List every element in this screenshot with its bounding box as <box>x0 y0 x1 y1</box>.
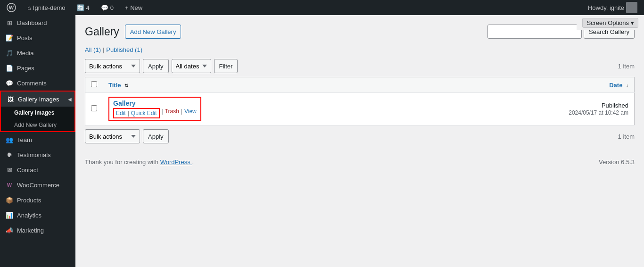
page-header: Gallery Add New Gallery Search Gallery <box>85 25 635 39</box>
wp-logo-icon: W <box>7 3 16 12</box>
wp-logo-button[interactable]: W <box>4 0 19 15</box>
sidebar-label-team: Team <box>17 136 32 143</box>
view-action-link[interactable]: View <box>184 108 197 118</box>
sidebar-item-gallery-images[interactable]: 🖼 Gallery Images ◀ <box>1 92 74 107</box>
row-date: 2024/05/17 at 10:42 am <box>569 109 628 116</box>
comments-count: 0 <box>110 4 114 11</box>
comments-button[interactable]: 💬 0 <box>98 0 116 15</box>
sidebar-label-comments: Comments <box>17 80 47 87</box>
gallery-images-icon: 🖼 <box>7 95 14 103</box>
woocommerce-icon: W <box>6 181 13 189</box>
edit-action-link[interactable]: Edit <box>116 110 126 117</box>
analytics-icon: 📊 <box>6 211 13 219</box>
sidebar-item-team[interactable]: 👥 Team <box>0 132 75 147</box>
sidebar-label-products: Products <box>17 197 41 204</box>
new-content-button[interactable]: + New <box>122 0 145 15</box>
media-icon: 🎵 <box>6 49 13 57</box>
header-title-col: Title ⇅ <box>103 77 418 93</box>
posts-icon: 📝 <box>6 34 13 42</box>
sidebar-item-woocommerce[interactable]: W WooCommerce <box>0 177 75 192</box>
search-input[interactable] <box>487 25 582 39</box>
screen-options-button[interactable]: Screen Options ▾ <box>582 18 638 28</box>
sidebar-item-pages[interactable]: 📄 Pages <box>0 60 75 75</box>
item-count-bottom: 1 item <box>618 133 635 140</box>
item-count-top: 1 item <box>618 63 635 70</box>
updates-icon: 🔄 <box>77 4 84 11</box>
sidebar-label-marketing: Marketing <box>17 227 44 234</box>
sidebar-sub-gallery-images[interactable]: Gallery Images <box>1 107 74 119</box>
tablenav-top: Bulk actions Edit Move to Trash Apply Al… <box>85 59 635 73</box>
collapse-icon: ◀ <box>68 97 72 102</box>
team-icon: 👥 <box>6 136 13 143</box>
admin-bar: W ⌂ Ignite-demo 🔄 4 💬 0 + New Howdy, ign… <box>0 0 644 15</box>
apply-button-bottom[interactable]: Apply <box>143 129 169 143</box>
row-title-link[interactable]: Gallery <box>113 100 135 107</box>
updates-button[interactable]: 🔄 4 <box>74 0 92 15</box>
table-row: Gallery Edit | Quick Edit | Trash | <box>85 93 635 125</box>
updates-count: 4 <box>86 4 90 11</box>
sidebar-item-dashboard[interactable]: ⊞ Dashboard <box>0 15 75 30</box>
sidebar-label-media: Media <box>17 50 33 57</box>
filter-all-link[interactable]: All (1) <box>85 46 101 53</box>
footer-credit: Thank you for creating with WordPress . <box>85 159 194 166</box>
site-name-button[interactable]: ⌂ Ignite-demo <box>25 0 68 15</box>
bulk-actions-select-bottom[interactable]: Bulk actions Edit Move to Trash <box>85 129 140 143</box>
sidebar-item-analytics[interactable]: 📊 Analytics <box>0 208 75 223</box>
filter-published-link[interactable]: Published (1) <box>106 46 142 53</box>
svg-text:W: W <box>9 5 14 10</box>
howdy-label[interactable]: Howdy, ignite <box>585 0 640 15</box>
dates-select-top[interactable]: All dates <box>172 59 211 73</box>
pages-icon: 📄 <box>6 64 13 72</box>
products-icon: 📦 <box>6 196 13 204</box>
row-checkbox-cell <box>85 93 103 125</box>
sidebar-item-testimonials[interactable]: 🗣 Testimonials <box>0 147 75 162</box>
page-title: Gallery <box>85 25 119 38</box>
sidebar-item-contact[interactable]: ✉ Contact <box>0 162 75 177</box>
row-checkbox[interactable] <box>91 105 97 111</box>
contact-icon: ✉ <box>6 166 13 174</box>
table-header-row: Title ⇅ Date ↓ <box>85 77 635 93</box>
trash-action-link[interactable]: Trash <box>165 108 179 118</box>
row-title-cell: Gallery Edit | Quick Edit | Trash | <box>103 93 418 125</box>
date-sort-icon: ↓ <box>626 83 628 88</box>
sidebar-item-products[interactable]: 📦 Products <box>0 192 75 208</box>
sidebar-label-analytics: Analytics <box>17 212 41 219</box>
date-sort-link[interactable]: Date ↓ <box>609 82 628 89</box>
apply-button-top[interactable]: Apply <box>143 59 169 73</box>
comments-icon: 💬 <box>101 4 108 11</box>
filter-button-top[interactable]: Filter <box>214 59 238 73</box>
sidebar-label-gallery-images: Gallery Images <box>18 96 59 103</box>
sidebar-label-pages: Pages <box>17 65 34 72</box>
screen-options-bar: Screen Options ▾ <box>577 15 644 30</box>
sidebar-sub-add-new-gallery[interactable]: Add New Gallery <box>1 119 74 131</box>
add-new-gallery-button[interactable]: Add New Gallery <box>125 25 182 39</box>
row-status: Published <box>602 102 628 109</box>
marketing-icon: 📣 <box>6 226 13 234</box>
gallery-table: Title ⇅ Date ↓ <box>85 77 635 125</box>
comments-nav-icon: 💬 <box>6 79 13 87</box>
new-label: + New <box>125 4 142 11</box>
chevron-down-icon: ▾ <box>631 19 634 26</box>
wordpress-link[interactable]: WordPress <box>160 159 192 166</box>
testimonials-icon: 🗣 <box>6 151 13 159</box>
site-name-label: Ignite-demo <box>33 4 66 11</box>
sidebar-label-posts: Posts <box>17 34 33 42</box>
select-all-checkbox[interactable] <box>91 81 97 87</box>
header-date-col: Date ↓ <box>418 77 634 93</box>
sidebar-item-comments[interactable]: 💬 Comments <box>0 75 75 91</box>
submenu-gallery-images-label: Gallery Images <box>14 109 54 116</box>
title-sort-icon: ⇅ <box>124 83 128 88</box>
dashboard-icon: ⊞ <box>6 19 13 26</box>
bulk-actions-select-top[interactable]: Bulk actions Edit Move to Trash <box>85 59 140 73</box>
tablenav-bottom: Bulk actions Edit Move to Trash Apply 1 … <box>85 129 635 143</box>
sidebar-item-marketing[interactable]: 📣 Marketing <box>0 223 75 238</box>
row-actions: Edit | Quick Edit | Trash | View <box>113 108 197 118</box>
sidebar-label-testimonials: Testimonials <box>17 151 51 159</box>
sidebar-label-dashboard: Dashboard <box>17 19 47 26</box>
quick-edit-action-link[interactable]: Quick Edit <box>131 110 157 117</box>
title-sort-link[interactable]: Title ⇅ <box>108 82 128 89</box>
sidebar-item-posts[interactable]: 📝 Posts <box>0 30 75 45</box>
gallery-images-submenu: Gallery Images Add New Gallery <box>1 107 74 131</box>
sidebar-item-media[interactable]: 🎵 Media <box>0 45 75 60</box>
header-checkbox-col <box>85 77 103 93</box>
